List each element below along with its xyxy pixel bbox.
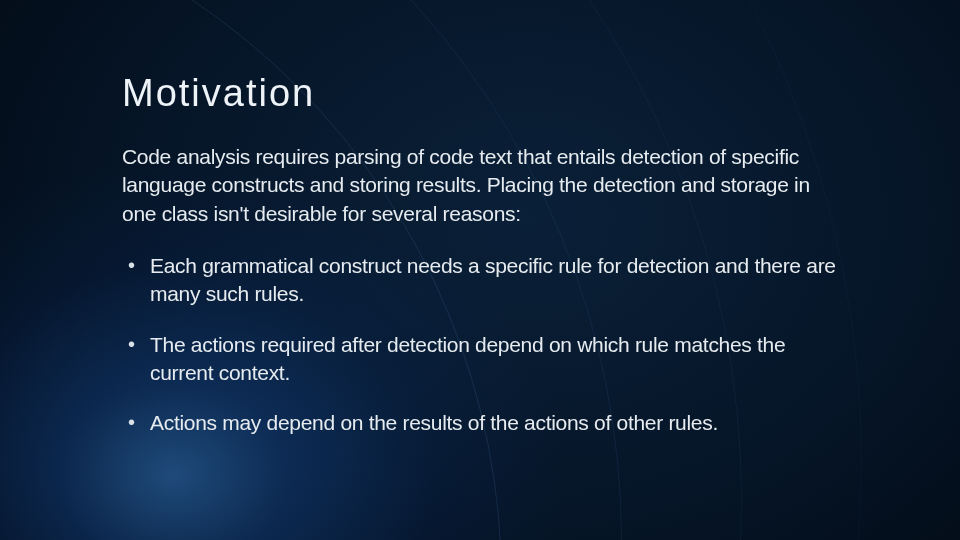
slide-title: Motivation — [122, 72, 842, 115]
bullet-item: Each grammatical construct needs a speci… — [146, 252, 842, 309]
slide: Motivation Code analysis requires parsin… — [0, 0, 960, 540]
bullet-item: The actions required after detection dep… — [146, 331, 842, 388]
bullet-item: Actions may depend on the results of the… — [146, 409, 842, 437]
intro-paragraph: Code analysis requires parsing of code t… — [122, 143, 842, 228]
slide-content: Motivation Code analysis requires parsin… — [122, 72, 842, 460]
bullet-list: Each grammatical construct needs a speci… — [122, 252, 842, 438]
